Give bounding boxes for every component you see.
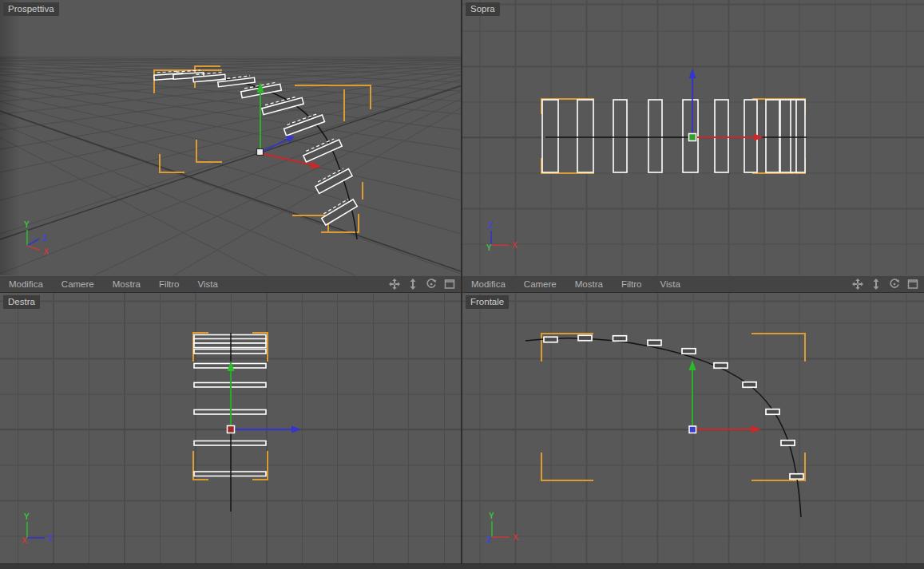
svg-text:Z: Z [486,535,491,544]
perspective-viewport-canvas[interactable]: Y Z X [0,0,461,275]
svg-text:Z: Z [48,534,53,543]
svg-text:Z: Z [488,221,493,230]
gizmo-origin-cube[interactable] [257,149,264,156]
right-viewport-canvas[interactable]: Y Z X [0,293,461,563]
rotate-icon[interactable] [889,279,900,290]
menu-filtro[interactable]: Filtro [621,279,642,289]
svg-text:X: X [513,533,518,542]
viewport-top: Z X Y Sopra [462,0,924,275]
gizmo-origin-square[interactable] [689,426,696,433]
viewport-divider[interactable] [461,293,462,563]
zoom-icon[interactable] [407,279,418,290]
selection-brackets [541,334,805,480]
top-viewport-canvas[interactable]: Z X Y [462,0,924,275]
viewport-right: Y Z X Destra [0,293,461,563]
pan-icon[interactable] [852,279,863,290]
rotate-icon[interactable] [426,279,437,290]
axis-gizmo[interactable] [689,360,762,433]
svg-text:X: X [22,536,27,545]
stair-steps-front-view [544,335,803,479]
front-viewport-canvas[interactable]: Y X Z [462,293,924,563]
menubar-left: Modifica Camere Mostra Filtro Vista [0,275,461,293]
svg-text:Y: Y [24,220,30,229]
window-bottom-strip [0,563,924,569]
menu-mostra[interactable]: Mostra [575,279,603,289]
pan-icon[interactable] [389,279,400,290]
menu-camere[interactable]: Camere [524,279,557,289]
viewport-perspective: Y Z X Prospettiva [0,0,461,275]
viewport-divider[interactable] [461,0,462,275]
axis-orientation-indicator: Y Z X [24,220,49,256]
menu-filtro[interactable]: Filtro [159,279,180,289]
stair-steps-top-view [542,100,805,172]
svg-text:Y: Y [24,512,30,521]
menu-modifica[interactable]: Modifica [471,279,506,289]
menu-vista[interactable]: Vista [197,279,217,289]
perspective-grid [0,57,461,275]
viewport-front: Y X Z Frontale [462,293,924,563]
menu-modifica[interactable]: Modifica [9,279,43,289]
viewport-label-right: Destra [3,295,40,309]
axis-orientation-indicator: Y Z X [22,512,53,545]
svg-text:Y: Y [489,512,494,520]
x-axis-arrowhead[interactable] [751,426,761,433]
menu-camere[interactable]: Camere [61,279,94,289]
viewport-label-perspective: Prospettiva [3,2,59,16]
axis-orientation-indicator: Z X Y [486,221,518,252]
menu-vista[interactable]: Vista [660,279,680,289]
gizmo-origin-square[interactable] [228,426,235,433]
stair-spline-curve [525,338,801,517]
maximize-icon[interactable] [907,279,918,290]
x-axis-arrowhead[interactable] [754,134,763,141]
application-window: Y Z X Prospettiva [0,0,924,569]
stair-steps-side-view [194,335,266,476]
menu-mostra[interactable]: Mostra [113,279,141,289]
maximize-icon[interactable] [444,279,455,290]
svg-text:X: X [43,247,49,256]
z-axis-arrowhead[interactable] [291,426,301,433]
axis-orientation-indicator: Y X Z [486,512,518,544]
menubar-right: Modifica Camere Mostra Filtro Vista [462,275,924,293]
gizmo-origin-square[interactable] [689,134,696,141]
viewport-divider [461,275,462,293]
svg-text:Z: Z [42,234,47,243]
viewport-label-top: Sopra [466,2,500,16]
z-axis-handle[interactable] [260,139,288,152]
svg-text:X: X [512,241,518,250]
svg-text:Y: Y [486,243,492,252]
zoom-icon[interactable] [870,279,882,290]
z-axis-arrowhead[interactable] [689,69,696,78]
y-axis-arrowhead[interactable] [689,360,696,370]
axis-gizmo[interactable] [228,361,302,433]
viewport-label-front: Frontale [466,295,509,309]
